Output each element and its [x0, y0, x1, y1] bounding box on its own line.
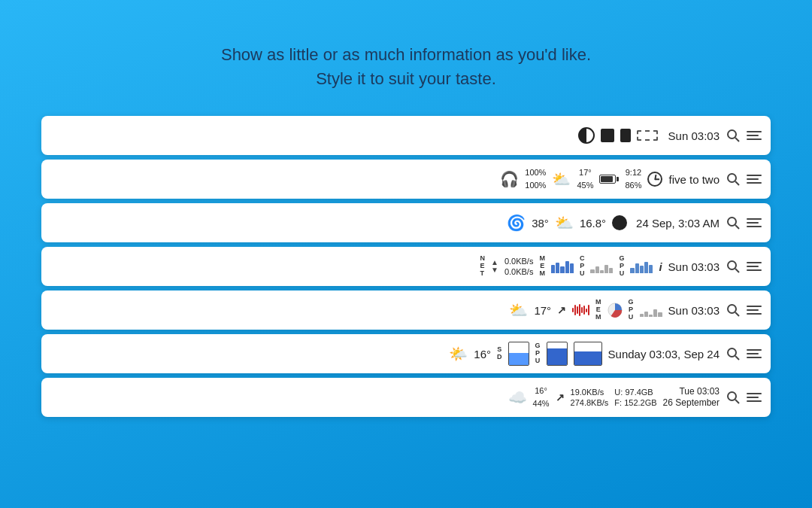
gpu-bars-row5: [640, 303, 662, 317]
net-stacked-row7: 19.0KB/s 274.8KB/s: [571, 387, 609, 409]
gpu-label-row5: GPU: [629, 299, 634, 321]
clock-icon-row2: [647, 172, 662, 187]
list-icon-row4[interactable]: [747, 262, 762, 271]
battery-icon-row2: [599, 175, 619, 184]
datetime-row7: Tue 03:03 26 September: [663, 386, 720, 409]
list-icon-row1[interactable]: [747, 131, 762, 140]
list-icon-row5[interactable]: [747, 306, 762, 315]
fan-icon-row3: 🌀: [507, 214, 526, 232]
menubar-row-4: NET ▲▼ 0.0KB/s 0.0KB/s MEM CPU: [41, 247, 771, 286]
search-icon-row6[interactable]: [726, 346, 741, 361]
bars-container: Sun 03:03 🎧 100% 100% ⛅ 17° 45%: [41, 116, 771, 417]
headline-line1: Show as little or as much information as…: [221, 45, 591, 65]
weather-values-row2: 17° 45%: [577, 168, 593, 190]
headline: Show as little or as much information as…: [221, 45, 591, 89]
svg-point-2: [728, 174, 736, 182]
solid-rect-large-icon: [601, 129, 614, 142]
search-icon-row1[interactable]: [726, 128, 741, 143]
sd-label-row6: SD: [497, 346, 502, 361]
menubar-row-6: 🌤️ 16° SD GPU Sunday 03:03, Sep 24: [41, 334, 771, 373]
net-label-row4: NET: [480, 255, 485, 278]
svg-line-3: [735, 181, 739, 185]
menubar-row-1: Sun 03:03: [41, 116, 771, 155]
list-icon-row7[interactable]: [747, 393, 762, 402]
mem-label-row4: MEM: [539, 255, 545, 278]
weather-icon-row5: ⛅: [509, 301, 528, 319]
headphone-pct-row2: 100% 100%: [525, 168, 546, 190]
svg-line-5: [735, 225, 739, 229]
svg-point-0: [728, 130, 736, 138]
search-icon-row7[interactable]: [726, 390, 741, 405]
list-icon-row3[interactable]: [747, 218, 762, 227]
circle-half-icon: [578, 127, 595, 144]
mem-pie-row5: [607, 303, 623, 318]
svg-line-12: [735, 356, 739, 360]
svg-line-7: [735, 269, 739, 272]
menubar-row-7: ☁️ 16° 44% ↗ 19.0KB/s 274.8KB/s U: 97.4G…: [41, 378, 771, 417]
datetime-row6: Sunday 03:03, Sep 24: [608, 348, 720, 360]
svg-point-9: [728, 305, 736, 313]
temp-row6: 16°: [474, 348, 491, 360]
svg-point-4: [728, 217, 736, 226]
mem-chart-row4: [551, 260, 574, 273]
net-arrows-row4: ▲▼: [491, 259, 498, 274]
svg-line-1: [735, 138, 739, 141]
weather-icon-row2: ⛅: [552, 170, 571, 188]
menubar-row-3: 🌀 38° ⛅ 16.8° 24 Sep, 3:03 AM: [41, 203, 771, 242]
weather-icon-row6: 🌤️: [449, 345, 468, 363]
datetime-row3: 24 Sep, 3:03 AM: [636, 217, 720, 230]
battery-values-row2: 9:12 86%: [625, 168, 641, 190]
gpu-label-row4: GPU: [619, 255, 624, 278]
temp-pct-row7: 16° 44%: [533, 386, 550, 408]
search-icon-row5[interactable]: [726, 303, 741, 318]
arrow-ne-row5: ↗: [557, 304, 566, 316]
temp-row5: 17°: [534, 304, 551, 317]
arrow-ne-row7: ↗: [556, 391, 565, 403]
solid-rect-small-icon: [620, 129, 631, 142]
cpu-chart-row4: [590, 260, 613, 273]
search-icon-row3[interactable]: [726, 215, 741, 230]
search-icon-row4[interactable]: [726, 259, 741, 274]
list-icon-row6[interactable]: [747, 349, 762, 358]
svg-point-13: [728, 392, 736, 400]
dotted-rect-icon: [637, 130, 658, 141]
svg-line-14: [735, 400, 739, 403]
info-i-row4: i: [659, 260, 662, 273]
datetime-row4: Sun 03:03: [668, 260, 720, 273]
moon-icon-row3: [612, 215, 627, 230]
menubar-row-2: 🎧 100% 100% ⛅ 17° 45% 9:12 86%: [41, 160, 771, 199]
row1-datetime: Sun 03:03: [668, 129, 720, 142]
gpu-label1-row6: GPU: [535, 342, 541, 365]
headline-line2: Style it to suit your taste.: [221, 69, 591, 89]
svg-point-6: [728, 261, 736, 269]
clock-text-row2: five to two: [668, 173, 720, 186]
list-icon-row2[interactable]: [747, 175, 762, 184]
gpu-chart-row4: [630, 260, 653, 273]
disk-usage-row7: U: 97.4GB F: 152.2GB: [614, 387, 656, 409]
cpu-label-row4: CPU: [580, 255, 585, 278]
waveform-row5: [572, 303, 589, 317]
search-icon-row2[interactable]: [726, 172, 741, 187]
svg-point-11: [728, 348, 736, 357]
net-values-row4: 0.0KB/s 0.0KB/s: [504, 256, 534, 278]
svg-line-10: [735, 312, 739, 316]
headphone-icon-row2: 🎧: [500, 170, 519, 188]
fan-temp-row3: 38°: [532, 217, 549, 230]
cloud-icon-row7: ☁️: [508, 388, 527, 406]
weather-temp-row3: 16.8°: [580, 217, 606, 230]
menubar-row-5: ⛅ 17° ↗ MEM: [41, 291, 771, 330]
gpu-bar2-row6: [574, 342, 602, 366]
gpu-bar1-row6: [547, 342, 568, 366]
sd-bar-row6: [508, 342, 529, 366]
weather-icon-row3: ⛅: [555, 214, 574, 232]
datetime-row5: Sun 03:03: [668, 304, 720, 317]
mem-label-row5: MEM: [595, 299, 601, 321]
